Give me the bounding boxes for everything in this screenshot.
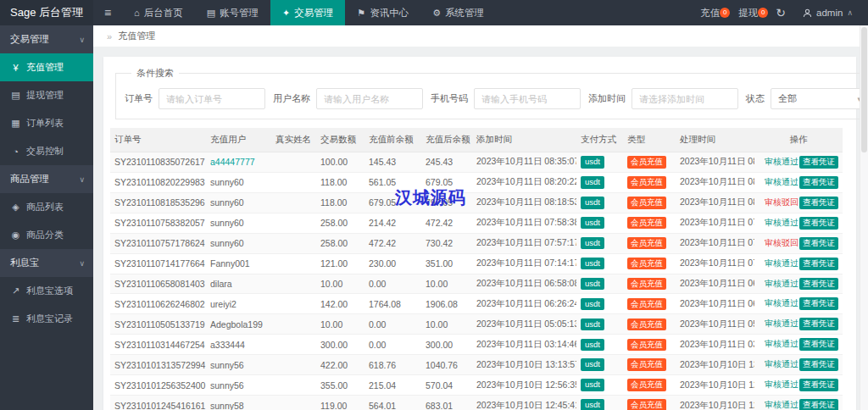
cell-balance-before: 230.00: [364, 253, 421, 274]
topnav-item[interactable]: ⚑ 资讯中心: [345, 0, 420, 25]
interest-records-icon: ≣: [10, 313, 21, 324]
cell-order-no: SY2310101313572994: [110, 355, 206, 375]
cell-recharge-user[interactable]: ureiyi2: [210, 299, 236, 309]
type-badge: 会员充值: [627, 339, 666, 351]
view-voucher-button[interactable]: 查看凭证: [799, 358, 838, 371]
table-column-header: 添加时间: [472, 128, 576, 152]
cell-balance-after: 1906.08: [421, 294, 472, 314]
view-voucher-button[interactable]: 查看凭证: [799, 399, 838, 410]
sidebar-item[interactable]: ▦ 订单列表: [0, 109, 93, 137]
sidebar-group[interactable]: 利息宝 ∨: [0, 249, 93, 277]
view-voucher-button[interactable]: 查看凭证: [799, 297, 838, 310]
cell-order-no: SY2310101245416161: [110, 396, 206, 410]
topnav-item[interactable]: ✦ 交易管理: [270, 0, 345, 25]
pay-method-badge: usdt: [581, 237, 604, 249]
view-voucher-button[interactable]: 查看凭证: [799, 156, 838, 169]
type-badge: 会员充值: [627, 278, 666, 290]
view-voucher-button[interactable]: 查看凭证: [799, 338, 838, 351]
view-voucher-button[interactable]: 查看凭证: [799, 176, 838, 189]
audit-status-text: 审核通过: [765, 157, 798, 166]
cell-recharge-user[interactable]: sunny56: [210, 360, 244, 370]
sidebar-item[interactable]: ¥ 充值管理: [0, 53, 93, 81]
cell-amount: 10.00: [316, 314, 364, 335]
audit-status-text: 审核通过: [765, 359, 798, 368]
cell-balance-before: 0.00: [364, 274, 421, 294]
user-menu[interactable]: admin ∧: [794, 8, 861, 18]
cell-recharge-user[interactable]: sunny56: [210, 380, 244, 391]
cell-recharge-user[interactable]: sunny60: [210, 238, 244, 248]
cell-recharge-user[interactable]: sunny60: [210, 197, 244, 208]
search-field-input[interactable]: [316, 88, 423, 109]
search-field-input[interactable]: [632, 88, 738, 109]
status-select[interactable]: 全部 ▾: [771, 88, 868, 109]
scrollbar-track[interactable]: [860, 25, 868, 410]
sidebar-item[interactable]: ▤ 提现管理: [0, 81, 93, 109]
cell-amount: 121.00: [316, 253, 364, 274]
menu-toggle-icon[interactable]: ≡: [93, 0, 122, 25]
sidebar-item[interactable]: ◔ 交易控制: [0, 137, 93, 165]
cell-recharge-user[interactable]: dilara: [210, 279, 232, 289]
breadcrumb: » 充值管理: [93, 25, 868, 47]
table-header-row: 订单号充值用户真实姓名交易数额充值前余额充值后余额添加时间支付方式类型处理时间操…: [110, 128, 843, 152]
cell-order-no: SY2310110818535296: [110, 192, 206, 213]
cell-recharge-user[interactable]: a44447777: [210, 157, 255, 167]
cell-recharge-user[interactable]: Adegbola199: [210, 319, 263, 330]
cell-amount: 118.00: [316, 192, 364, 213]
audit-status-text: 审核驳回: [765, 197, 798, 207]
view-voucher-button[interactable]: 查看凭证: [799, 318, 838, 330]
status-label: 状态: [746, 92, 765, 105]
search-field-input[interactable]: [474, 88, 581, 109]
sidebar-item[interactable]: ↗ 利息宝选项: [0, 277, 93, 305]
cell-real-name: [271, 314, 316, 335]
audit-status-text: 审核通过: [765, 218, 798, 227]
type-badge: 会员充值: [627, 217, 666, 229]
view-voucher-button[interactable]: 查看凭证: [799, 278, 838, 291]
sidebar-item[interactable]: ◉ 商品分类: [0, 221, 93, 249]
cell-balance-before: 679.05: [364, 192, 421, 213]
cell-recharge-user[interactable]: Fanny001: [210, 258, 250, 269]
refresh-icon[interactable]: ↻: [767, 6, 794, 19]
pay-method-badge: usdt: [581, 176, 604, 188]
sidebar-group[interactable]: 交易管理 ∨: [0, 25, 93, 53]
sidebar-group-label: 交易管理: [10, 33, 49, 46]
cell-balance-after: 570.04: [421, 375, 472, 396]
cell-order-no: SY2310110658081403: [110, 274, 206, 294]
cell-order-no: SY2310110314467254: [110, 335, 206, 355]
cell-recharge-user[interactable]: sunny60: [210, 218, 244, 228]
topnav-item[interactable]: ⚙ 系统管理: [420, 0, 496, 25]
cell-amount: 100.00: [316, 152, 364, 173]
view-voucher-button[interactable]: 查看凭证: [799, 379, 838, 391]
cell-balance-after: 245.43: [421, 152, 472, 173]
cell-real-name: [271, 233, 316, 253]
view-voucher-button[interactable]: 查看凭证: [799, 217, 838, 230]
sidebar-item[interactable]: ≣ 利息宝记录: [0, 305, 93, 333]
view-voucher-button[interactable]: 查看凭证: [799, 258, 838, 270]
audit-status-text: 审核通过: [765, 319, 798, 328]
topnav-item-label: 系统管理: [445, 7, 484, 19]
scrollbar-thumb[interactable]: [861, 27, 867, 152]
audit-status-text: 审核驳回: [765, 238, 798, 247]
withdraw-notice-link[interactable]: 提现 0: [729, 7, 767, 19]
recharge-notice-link[interactable]: 充值 0: [691, 7, 729, 19]
cell-amount: 300.00: [316, 335, 364, 355]
table-column-header: 交易数额: [316, 128, 364, 152]
cell-recharge-user[interactable]: a333444: [210, 340, 245, 350]
search-field-input[interactable]: [159, 88, 265, 109]
chevron-up-icon: ∧: [847, 8, 853, 17]
cell-recharge-user[interactable]: sunny58: [210, 401, 244, 410]
sidebar-item[interactable]: ◈ 商品列表: [0, 193, 93, 221]
audit-status-text: 审核通过: [765, 279, 798, 288]
view-voucher-button[interactable]: 查看凭证: [799, 237, 838, 250]
cell-balance-after: 683.01: [421, 396, 472, 410]
cell-recharge-user[interactable]: sunny60: [210, 177, 244, 187]
id-card-icon: ▤: [207, 8, 215, 19]
sidebar-item-label: 交易控制: [26, 145, 64, 158]
table-row: SY2310110626246802 ureiyi2 142.00 1764.0…: [110, 294, 843, 314]
sidebar-group-label: 利息宝: [10, 257, 40, 269]
sidebar-group[interactable]: 商品管理 ∨: [0, 165, 93, 193]
view-voucher-button[interactable]: 查看凭证: [799, 197, 838, 209]
pay-method-badge: usdt: [581, 217, 604, 229]
topnav-item[interactable]: ▤ 账号管理: [195, 0, 270, 25]
cell-balance-after: 300.00: [421, 335, 472, 355]
topnav-item[interactable]: ⌂ 后台首页: [122, 0, 195, 25]
